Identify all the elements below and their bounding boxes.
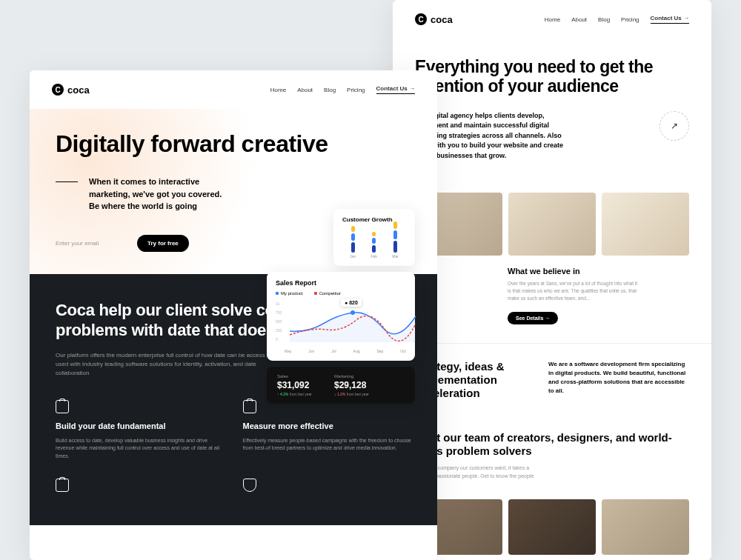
feature-title: Measure more effective bbox=[243, 421, 412, 431]
hero-subtitle: When it comes to interactive marketing, … bbox=[89, 176, 222, 213]
get-in-touch-badge[interactable] bbox=[659, 111, 689, 141]
hero-right-subtitle: Our digital agency helps clients develop… bbox=[415, 111, 571, 161]
feature-item: Build your date fundamental Build access… bbox=[56, 400, 225, 461]
sales-chart: 1k 750 500 250 0 ● 820 bbox=[276, 301, 406, 346]
nav-right: Ccoca Home About Blog Pricing Contact Us… bbox=[393, 0, 711, 39]
believe-title: What we believe in bbox=[508, 267, 689, 276]
nav-about[interactable]: About bbox=[297, 87, 313, 93]
ideas-section: Strategy, ideas & implementation acceler… bbox=[393, 343, 711, 416]
nav-blog[interactable]: Blog bbox=[324, 87, 336, 93]
nav-home[interactable]: Home bbox=[270, 87, 286, 93]
sales-legend: My product Competitor bbox=[276, 291, 406, 296]
shield-icon bbox=[243, 479, 256, 492]
clipboard-icon bbox=[56, 479, 69, 492]
try-free-button[interactable]: Try for free bbox=[137, 235, 189, 252]
team-images bbox=[415, 499, 689, 555]
nav-about[interactable]: About bbox=[571, 16, 587, 23]
dash-icon bbox=[56, 181, 78, 182]
feature-body: Build access to date, develop valuable b… bbox=[56, 437, 225, 461]
nav-pricing[interactable]: Pricing bbox=[347, 87, 365, 93]
nav-home[interactable]: Home bbox=[545, 16, 560, 23]
gallery-image bbox=[508, 193, 596, 256]
stat-sales: Sales $31,092 ↑ 4.2% from last year bbox=[277, 374, 312, 396]
chart-tooltip: ● 820 bbox=[341, 299, 362, 307]
believe-body: Over the years at Sans, we've put a lot … bbox=[508, 280, 641, 301]
sales-xaxis: MayJunJulAugSepOct bbox=[276, 349, 406, 353]
nav-links: Home About Blog Pricing Contact Us → bbox=[545, 15, 689, 24]
stat-marketing: Marketing $29,128 ↓ 1.2% from last year bbox=[334, 374, 369, 396]
sales-report-card: Sales Report My product Competitor 1k 75… bbox=[267, 272, 415, 361]
feature-title: Build your date fundamental bbox=[56, 421, 225, 431]
customer-growth-card: Customer Growth Jan Feb Mar bbox=[333, 209, 415, 266]
svg-point-0 bbox=[350, 310, 355, 315]
logo-icon: C bbox=[52, 84, 64, 96]
logo[interactable]: Ccoca bbox=[415, 13, 453, 25]
feature-item bbox=[243, 479, 412, 499]
dashboard-cards: Customer Growth Jan Feb Mar Sales Report… bbox=[267, 209, 415, 404]
team-section: Meet our team of creators, designers, an… bbox=[393, 416, 711, 560]
hero-right-title: Everything you need to get the attention… bbox=[415, 57, 689, 96]
nav-left: Ccoca Home About Blog Pricing Contact Us… bbox=[30, 70, 437, 109]
hero-left: Digitally forward creative When it comes… bbox=[30, 109, 437, 274]
line-chart-icon bbox=[286, 301, 423, 342]
team-title: Meet our team of creators, designers, an… bbox=[415, 431, 689, 459]
clipboard-icon bbox=[243, 400, 256, 413]
nav-blog[interactable]: Blog bbox=[598, 16, 610, 23]
calendar-icon bbox=[56, 400, 69, 413]
see-details-button[interactable]: See Details → bbox=[508, 312, 558, 324]
nav-contact[interactable]: Contact Us → bbox=[651, 15, 689, 24]
nav-contact[interactable]: Contact Us → bbox=[376, 85, 415, 94]
hero-title: Digitally forward creative bbox=[56, 131, 411, 157]
dark-subtitle: Our platform offers the modern enterpris… bbox=[56, 351, 278, 378]
logo[interactable]: Ccoca bbox=[52, 84, 90, 96]
hero-right: Everything you need to get the attention… bbox=[393, 39, 711, 179]
team-member-image bbox=[602, 499, 689, 555]
page-about: Ccoca Home About Blog Pricing Contact Us… bbox=[393, 0, 711, 560]
growth-bars: Jan Feb Mar bbox=[342, 229, 406, 259]
gallery-image bbox=[602, 193, 689, 256]
stats-card: Sales $31,092 ↑ 4.2% from last year Mark… bbox=[267, 367, 415, 404]
feature-body: Effectively measure people-based campaig… bbox=[243, 437, 412, 453]
nav-links: Home About Blog Pricing Contact Us → bbox=[270, 85, 415, 94]
feature-item: Measure more effective Effectively measu… bbox=[243, 400, 412, 461]
nav-pricing[interactable]: Pricing bbox=[621, 16, 639, 23]
email-input[interactable]: Enter your email bbox=[56, 240, 130, 247]
team-member-image bbox=[508, 499, 596, 555]
page-home: Ccoca Home About Blog Pricing Contact Us… bbox=[30, 70, 437, 560]
gallery: ‹› bbox=[393, 193, 711, 256]
believe-section: What we believe in Over the years at San… bbox=[393, 256, 711, 342]
logo-icon: C bbox=[415, 13, 427, 25]
features-grid: Build your date fundamental Build access… bbox=[56, 400, 411, 500]
feature-item bbox=[56, 479, 225, 499]
ideas-body: We are a software development firm speci… bbox=[548, 360, 689, 400]
sales-title: Sales Report bbox=[276, 279, 406, 287]
